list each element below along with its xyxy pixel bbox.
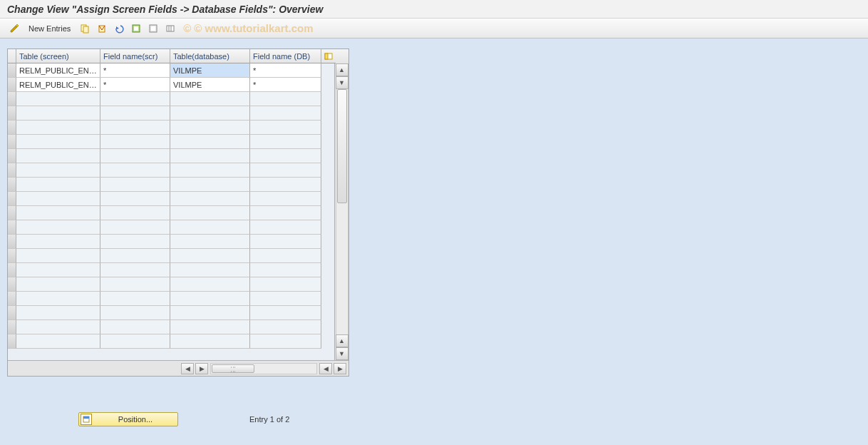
row-handle[interactable] — [8, 178, 16, 192]
cell-empty[interactable] — [170, 334, 250, 349]
cell-empty[interactable] — [100, 149, 170, 163]
new-entries-button[interactable]: New Entries — [24, 21, 75, 36]
scroll-thumb[interactable] — [337, 89, 347, 203]
table-row-empty[interactable] — [8, 163, 334, 178]
table-row-empty[interactable] — [8, 149, 334, 163]
row-handle[interactable] — [8, 220, 16, 235]
cell-empty[interactable] — [100, 135, 170, 149]
scroll-page-up-button[interactable]: ▲ — [336, 334, 348, 347]
cell-empty[interactable] — [250, 135, 321, 149]
cell-empty[interactable] — [250, 263, 321, 277]
table-row-empty[interactable] — [8, 206, 334, 220]
column-header-field-scr[interactable]: Field name(scr) — [100, 49, 170, 63]
hscroll-col-right[interactable]: ▶ — [195, 363, 208, 374]
cell-empty[interactable] — [170, 277, 250, 292]
scroll-track[interactable] — [336, 89, 348, 334]
undo-button[interactable] — [112, 21, 126, 36]
cell-empty[interactable] — [100, 121, 170, 135]
cell-empty[interactable] — [100, 206, 170, 220]
copy-button[interactable] — [78, 21, 92, 36]
cell-empty[interactable] — [170, 178, 250, 192]
cell-empty[interactable] — [100, 263, 170, 277]
cell-empty[interactable] — [250, 334, 321, 349]
table-row-empty[interactable] — [8, 334, 334, 349]
cell-empty[interactable] — [100, 92, 170, 106]
cell-empty[interactable] — [16, 149, 100, 163]
cell-empty[interactable] — [250, 306, 321, 320]
table-row-empty[interactable] — [8, 320, 334, 334]
cell-empty[interactable] — [170, 121, 250, 135]
cell-empty[interactable] — [100, 163, 170, 178]
cell-empty[interactable] — [170, 249, 250, 263]
cell-empty[interactable] — [16, 277, 100, 292]
cell-empty[interactable] — [16, 306, 100, 320]
table-row-empty[interactable] — [8, 220, 334, 235]
table-row-empty[interactable] — [8, 106, 334, 121]
cell-empty[interactable] — [100, 235, 170, 249]
select-all-button[interactable] — [129, 21, 143, 36]
cell-empty[interactable] — [250, 249, 321, 263]
row-handle[interactable] — [8, 92, 16, 106]
cell-empty[interactable] — [170, 92, 250, 106]
row-handle[interactable] — [8, 121, 16, 135]
table-row-empty[interactable] — [8, 306, 334, 320]
column-header-table-screen[interactable]: Table (screen) — [16, 49, 100, 63]
cell-empty[interactable] — [250, 121, 321, 135]
cell-empty[interactable] — [250, 220, 321, 235]
cell-empty[interactable] — [16, 163, 100, 178]
row-handle[interactable] — [8, 135, 16, 149]
row-handle[interactable] — [8, 277, 16, 292]
cell-empty[interactable] — [100, 249, 170, 263]
row-handle[interactable] — [8, 192, 16, 206]
hscroll-col-left[interactable]: ◀ — [181, 363, 194, 374]
row-handle[interactable] — [8, 320, 16, 334]
cell-empty[interactable] — [16, 235, 100, 249]
cell-empty[interactable] — [250, 292, 321, 306]
row-handle[interactable] — [8, 149, 16, 163]
toggle-edit-button[interactable] — [7, 21, 21, 36]
hscroll-right[interactable]: ▶ — [334, 363, 346, 374]
cell-empty[interactable] — [170, 106, 250, 121]
cell-empty[interactable] — [100, 292, 170, 306]
row-handle[interactable] — [8, 78, 16, 92]
cell-empty[interactable] — [250, 277, 321, 292]
cell-empty[interactable] — [100, 277, 170, 292]
cell-empty[interactable] — [16, 121, 100, 135]
cell-empty[interactable] — [170, 220, 250, 235]
cell-empty[interactable] — [16, 106, 100, 121]
hscroll-thumb[interactable] — [212, 364, 254, 373]
table-row-empty[interactable] — [8, 178, 334, 192]
row-handle[interactable] — [8, 263, 16, 277]
cell-empty[interactable] — [250, 149, 321, 163]
cell-empty[interactable] — [100, 178, 170, 192]
row-handle[interactable] — [8, 235, 16, 249]
cell-empty[interactable] — [100, 220, 170, 235]
cell-empty[interactable] — [170, 306, 250, 320]
column-config-button[interactable] — [321, 49, 336, 63]
hscroll-left[interactable]: ◀ — [319, 363, 332, 374]
cell-field-db[interactable]: * — [250, 63, 321, 78]
row-handle[interactable] — [8, 206, 16, 220]
scroll-line-down-button[interactable]: ▼ — [336, 76, 348, 89]
cell-table-db[interactable]: VILMPE — [170, 78, 250, 92]
cell-table-db[interactable]: VILMPE — [170, 63, 250, 78]
cell-empty[interactable] — [250, 178, 321, 192]
cell-empty[interactable] — [100, 320, 170, 334]
cell-empty[interactable] — [16, 206, 100, 220]
table-row-empty[interactable] — [8, 192, 334, 206]
cell-empty[interactable] — [16, 249, 100, 263]
deselect-all-button[interactable] — [146, 21, 160, 36]
cell-empty[interactable] — [16, 320, 100, 334]
cell-field-scr[interactable]: * — [100, 78, 170, 92]
cell-field-db[interactable]: * — [250, 78, 321, 92]
cell-empty[interactable] — [170, 149, 250, 163]
column-header-table-db[interactable]: Table(database) — [170, 49, 250, 63]
configure-button[interactable] — [163, 21, 177, 36]
cell-empty[interactable] — [250, 92, 321, 106]
table-row[interactable]: RELM_PUBLIC_EN…*VILMPE* — [8, 78, 334, 92]
cell-empty[interactable] — [100, 306, 170, 320]
table-row-empty[interactable] — [8, 135, 334, 149]
cell-empty[interactable] — [16, 92, 100, 106]
column-header-field-db[interactable]: Field name (DB) — [250, 49, 321, 63]
cell-empty[interactable] — [100, 192, 170, 206]
